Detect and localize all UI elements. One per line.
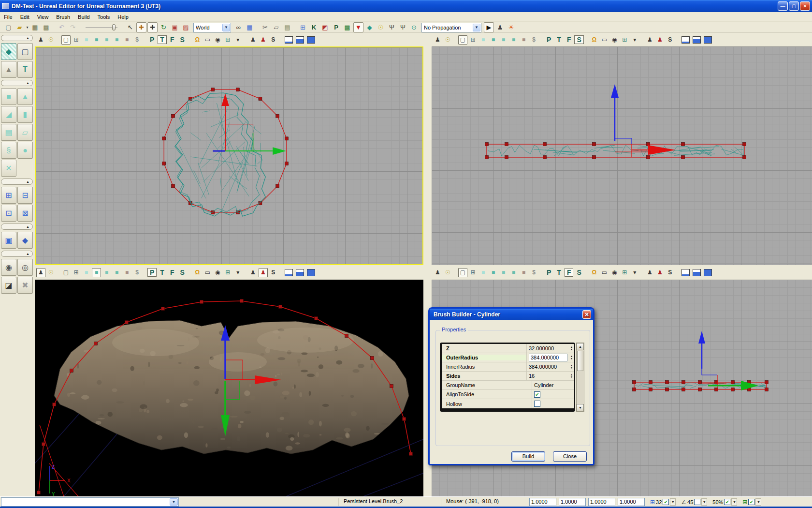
chevron-down-icon[interactable]: ▾ [233, 35, 243, 45]
maximize-joystick-icon[interactable]: ♟ [433, 35, 442, 45]
wireframe-mode-icon[interactable]: ▢ [61, 268, 71, 277]
property-row-innerradius[interactable]: InnerRadius 384.000000 ▲▼ [442, 362, 574, 372]
camera-red-icon[interactable]: ♟ [259, 35, 268, 45]
chevron-down-icon[interactable]: ▼ [170, 498, 178, 506]
detail-lighting-mode-icon[interactable]: ■ [102, 35, 111, 45]
eye-icon[interactable]: ◉ [213, 35, 222, 45]
scroll-up-icon[interactable]: ▲ [577, 343, 584, 350]
show-all-icon[interactable]: ✖ [17, 277, 33, 294]
light-complexity-mode-icon[interactable]: ■ [519, 268, 528, 277]
split-grid-icon[interactable]: ⊞ [620, 35, 629, 45]
chevron-down-icon[interactable]: ▾ [630, 35, 639, 45]
viewport-full-button[interactable] [704, 269, 712, 276]
property-row-outerradius[interactable]: OuterRadius 384.000000 ▲▼ [442, 353, 574, 362]
shader-complexity-mode-icon[interactable]: $ [132, 35, 142, 45]
dialog-close-icon[interactable]: ✕ [582, 310, 591, 319]
chevron-down-icon[interactable]: ▼ [670, 498, 676, 506]
lock-viewport-icon[interactable]: Ω [590, 268, 599, 277]
menu-item-help[interactable]: Help [114, 13, 132, 21]
shader-complexity-mode-icon[interactable]: $ [132, 268, 142, 277]
copy-icon[interactable]: ▱ [271, 22, 281, 32]
brush-wireframe-mode-icon[interactable]: ⊞ [468, 268, 478, 277]
find-actor-icon[interactable]: ⊙ [409, 22, 419, 32]
menu-item-tools[interactable]: Tools [94, 13, 114, 21]
chevron-down-icon[interactable]: ▼ [222, 24, 230, 31]
property-row-hollow[interactable]: Hollow [442, 399, 574, 408]
camera-mode-icon[interactable]: ◆ [1, 43, 16, 60]
view-letter-P[interactable]: P [544, 35, 553, 44]
detail-lighting-mode-icon[interactable]: ■ [499, 268, 508, 277]
shader-complexity-mode-icon[interactable]: $ [529, 35, 538, 45]
curved-stair-brush-icon[interactable]: ◢ [1, 106, 16, 123]
view-letter-P[interactable]: P [147, 35, 157, 44]
autosave-checkbox[interactable]: ✔ [724, 499, 730, 505]
select-brush-icon[interactable]: ▣ [1, 232, 16, 249]
brush-wireframe-mode-icon[interactable]: ⊞ [72, 268, 81, 277]
volumetric-brush-icon[interactable]: ✕ [1, 160, 16, 177]
viewport-full-button[interactable] [307, 269, 315, 276]
select-cursor-icon[interactable]: ↖ [125, 22, 135, 32]
drag-scale-field-4[interactable]: 1.0000 [618, 498, 645, 506]
show-selected-icon[interactable]: ◉ [1, 259, 16, 276]
unlit-mode-icon[interactable]: ■ [82, 268, 91, 277]
viewport-twothirds-button[interactable] [693, 36, 701, 44]
save-icon[interactable]: ▦ [30, 22, 40, 32]
menu-item-file[interactable]: File [0, 13, 16, 21]
wireframe-mode-icon[interactable]: ▢ [458, 268, 467, 277]
matinee-icon[interactable]: ◩ [320, 22, 330, 32]
chevron-down-icon[interactable]: ▼ [473, 24, 480, 31]
dialog-title-bar[interactable]: Brush Builder - Cylinder ✕ [430, 309, 593, 320]
cut-icon[interactable]: ✂ [260, 22, 270, 32]
camera-red-icon[interactable]: ♟ [655, 35, 665, 45]
split-grid-icon[interactable]: ⊞ [620, 268, 629, 277]
detail-lighting-mode-icon[interactable]: ■ [499, 35, 508, 45]
eye-icon[interactable]: ◉ [610, 35, 619, 45]
sockets-toggle-icon[interactable]: S [269, 268, 278, 277]
camera-playerstart-icon[interactable]: ♟ [248, 268, 258, 277]
frame-icon[interactable]: ▭ [600, 268, 609, 277]
lighting-only-mode-icon[interactable]: ■ [112, 268, 121, 277]
view-letter-T[interactable]: T [554, 35, 564, 44]
spinner-icon[interactable]: ▲▼ [569, 372, 574, 380]
split-grid-icon[interactable]: ⊞ [223, 35, 232, 45]
lock-viewport-icon[interactable]: Ω [193, 268, 202, 277]
property-row-aligntoside[interactable]: AlignToSide ✔ [442, 390, 574, 399]
grid-snap-checkbox[interactable]: ✔ [663, 499, 669, 505]
joystick-icon[interactable]: ♟ [495, 22, 505, 32]
view-letter-S[interactable]: S [177, 268, 187, 277]
rotation-snap-checkbox[interactable] [694, 499, 700, 505]
csg-deintersect-icon[interactable]: ⊠ [17, 205, 33, 222]
fullscreen-icon[interactable]: ▦ [245, 22, 255, 32]
publish-cook-icon[interactable]: ▼ [353, 22, 363, 32]
chevron-down-icon[interactable]: ▼ [755, 498, 761, 506]
add-volume-icon[interactable]: ◆ [17, 232, 33, 249]
geometry-mode-icon[interactable]: ▢ [17, 43, 33, 60]
menu-item-build[interactable]: Build [74, 13, 93, 21]
close-dialog-button[interactable]: Close [553, 451, 587, 462]
hide-selected-icon[interactable]: ◎ [17, 259, 33, 276]
spinner-icon[interactable]: ▲▼ [569, 362, 574, 371]
menu-item-view[interactable]: View [33, 13, 53, 21]
light-complexity-mode-icon[interactable]: ■ [122, 35, 131, 45]
save-all-icon[interactable]: ▩ [41, 22, 51, 32]
view-letter-F[interactable]: F [168, 268, 177, 277]
realtime-bulb-icon[interactable]: ☉ [443, 268, 452, 277]
open-level-icon[interactable]: ▰ [14, 22, 25, 32]
lit-mode-icon[interactable]: ■ [92, 35, 101, 45]
sidebar-scroll-up[interactable]: ▲ [1, 35, 33, 41]
shield-icon[interactable]: ◆ [364, 22, 375, 32]
invert-selection-icon[interactable]: ◪ [1, 277, 16, 294]
generic-browser-icon[interactable]: ⊞ [298, 22, 308, 32]
realtime-bulb-icon[interactable]: ☉ [443, 35, 452, 45]
view-letter-T[interactable]: T [158, 35, 167, 44]
view-letter-S[interactable]: S [574, 268, 583, 277]
realtime-bulb-icon[interactable]: ☉ [46, 35, 56, 45]
camera-playerstart-icon[interactable]: ♟ [645, 268, 654, 277]
undo-icon[interactable]: ↶ [57, 22, 67, 32]
menu-item-edit[interactable]: Edit [16, 13, 33, 21]
viewport-twothirds-button[interactable] [296, 36, 304, 44]
unlit-mode-icon[interactable]: ■ [82, 35, 91, 45]
chevron-down-icon[interactable]: ▾ [233, 268, 243, 277]
camera-playerstart-icon[interactable]: ♟ [645, 35, 654, 45]
outerradius-input[interactable]: 384.000000 [529, 354, 567, 361]
